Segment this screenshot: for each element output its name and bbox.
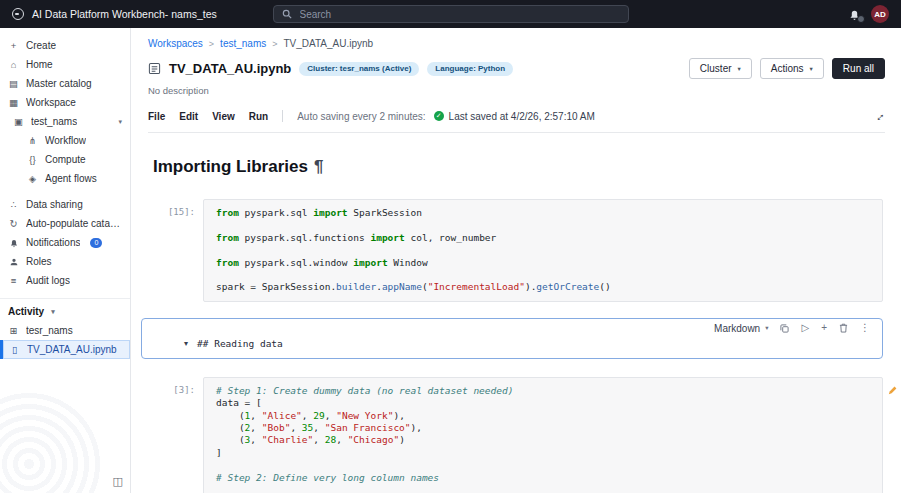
code-editor[interactable]: # Step 1: Create dummy data (no real dat… [203,377,883,493]
folder-icon: ▣ [13,117,24,127]
menu-view[interactable]: View [212,111,235,122]
activity-section-header[interactable]: Activity ▾ [0,298,130,321]
chevron-down-icon: ▾ [738,65,741,73]
breadcrumb: Workspaces > test_nams > TV_DATA_AU.ipyn… [148,38,885,49]
app-window: AI Data Platform Workbench- nams_tes AD … [0,0,901,493]
bell-icon [8,238,19,248]
sidebar-item-home[interactable]: ⌂ Home [0,55,130,74]
cluster-badge: Cluster: tesr_nams (Active) [299,62,419,76]
sidebar-item-label: tesr_nams [26,325,73,336]
breadcrumb-test-nams[interactable]: test_nams [220,38,266,49]
activity-section-label: Activity [8,306,44,317]
sidebar-item-create[interactable]: + Create [0,36,130,55]
code-editor[interactable]: from pyspark.sql import SparkSession fro… [203,199,883,302]
section-heading: Importing Libraries¶ [153,157,883,177]
breadcrumb-current: TV_DATA_AU.ipynb [284,38,374,49]
sidebar-item-agent-flows[interactable]: ◈ Agent flows [0,169,130,188]
code-cell: [3]: # Step 1: Create dummy data (no rea… [153,377,883,493]
chevron-down-icon: ▾ [810,65,813,73]
sidebar-item-tv-data-au-ipynb[interactable]: ▯ TV_DATA_AU.ipynb [0,340,130,359]
sidebar-item-label: Master catalog [26,78,92,89]
divider [282,110,283,122]
sidebar-item-notifications[interactable]: Notifications 0 [0,233,130,252]
notebook-description: No description [148,85,885,96]
decorative-pattern [0,389,104,493]
search-input[interactable] [298,8,620,21]
sidebar-item-label: Notifications [26,237,80,248]
sidebar-item-workspace[interactable]: ▦ Workspace [0,93,130,112]
user-avatar[interactable]: AD [871,5,889,23]
section-heading-text: Importing Libraries [153,157,308,176]
chevron-down-icon: ▾ [765,324,768,332]
breadcrumb-separator: > [209,39,214,49]
heading-anchor-pilcrow[interactable]: ¶ [314,157,323,176]
more-options-icon[interactable]: ⋮ [860,323,870,333]
duplicate-cell-icon[interactable] [780,324,789,333]
person-icon [8,257,19,267]
share-icon: ∴ [8,200,19,210]
sidebar-item-data-sharing[interactable]: ∴ Data sharing [0,195,130,214]
sidebar-item-audit-logs[interactable]: ≡ Audit logs [0,271,130,290]
cell-modified-icon [888,381,898,399]
sidebar-item-label: Workflow [45,135,86,146]
main-area: Workspaces > test_nams > TV_DATA_AU.ipyn… [131,28,901,493]
cluster-button[interactable]: Cluster ▾ [689,58,752,79]
breadcrumb-separator: > [272,39,277,49]
catalog-icon: ▤ [8,79,19,89]
sidebar-item-label: Create [26,40,56,51]
expand-notebook-icon[interactable]: ↔ [873,109,885,123]
compute-icon: {} [27,155,38,165]
global-search[interactable] [273,5,629,23]
workspace-icon: ▦ [8,98,19,108]
sidebar-item-label: Workspace [26,97,76,108]
delete-cell-icon[interactable] [839,323,848,333]
sidebar-item-master-catalog[interactable]: ▤ Master catalog [0,74,130,93]
sidebar-item-label: test_nams [31,116,77,127]
notifications-bell-button[interactable] [848,8,861,21]
sidebar-item-tesr-nams[interactable]: ⊞ tesr_nams [0,321,130,340]
cell-toolbar: Markdown ▾ ▷ + ⋮ [142,319,882,336]
notifications-count-badge: 0 [90,238,102,248]
chevron-down-icon[interactable]: ▾ [118,118,122,126]
sidebar-item-compute[interactable]: {} Compute [0,150,130,169]
execution-count: [3]: [153,377,203,493]
sidebar: + Create ⌂ Home ▤ Master catalog ▦ Works… [0,28,131,493]
sidebar-item-roles[interactable]: Roles [0,252,130,271]
cluster-icon: ⊞ [8,326,19,336]
topbar: AI Data Platform Workbench- nams_tes AD [0,0,901,28]
sidebar-item-label: Data sharing [26,199,83,210]
notebook-canvas: Importing Libraries¶ [15]: from pyspark.… [131,133,901,493]
sidebar-item-workflow[interactable]: ⋔ Workflow [0,131,130,150]
list-icon: ≡ [8,276,19,286]
collapse-toggle-icon[interactable]: ▾ [184,339,188,348]
execution-count: [15]: [153,199,203,302]
plus-icon: + [8,41,19,51]
refresh-icon: ↻ [8,219,19,229]
notebook-icon [148,62,161,75]
cell-type-dropdown[interactable]: Markdown ▾ [714,323,768,334]
sidebar-item-test-nams[interactable]: ▣ test_nams ▾ [0,112,130,131]
run-all-button[interactable]: Run all [832,58,885,79]
app-logo-icon [12,8,24,20]
actions-button[interactable]: Actions ▾ [760,58,824,79]
last-saved-text: Last saved at 4/2/26, 2:57:10 AM [449,111,595,122]
agent-flows-icon: ◈ [27,174,38,184]
saved-check-icon: ✓ [434,111,444,121]
run-cell-icon[interactable]: ▷ [801,323,809,333]
language-badge: Language: Python [427,62,513,76]
markdown-source[interactable]: ## Reading data [197,338,283,349]
collapse-sidebar-icon[interactable]: ◫ [113,475,123,488]
breadcrumb-workspaces[interactable]: Workspaces [148,38,203,49]
add-cell-icon[interactable]: + [821,323,827,333]
menu-file[interactable]: File [148,111,165,122]
cluster-button-label: Cluster [700,63,732,74]
sidebar-item-label: TV_DATA_AU.ipynb [27,344,117,355]
sidebar-item-auto-populate-catalog[interactable]: ↻ Auto-populate catalog [0,214,130,233]
workflow-icon: ⋔ [27,136,38,146]
notebook-title: TV_DATA_AU.ipynb [169,61,291,76]
menu-edit[interactable]: Edit [179,111,198,122]
sidebar-item-label: Agent flows [45,173,97,184]
markdown-cell-selected[interactable]: Markdown ▾ ▷ + ⋮ ▾ ## Reading data [141,318,883,359]
menu-run[interactable]: Run [249,111,268,122]
autosave-status: Auto saving every 2 minutes: [297,111,425,122]
